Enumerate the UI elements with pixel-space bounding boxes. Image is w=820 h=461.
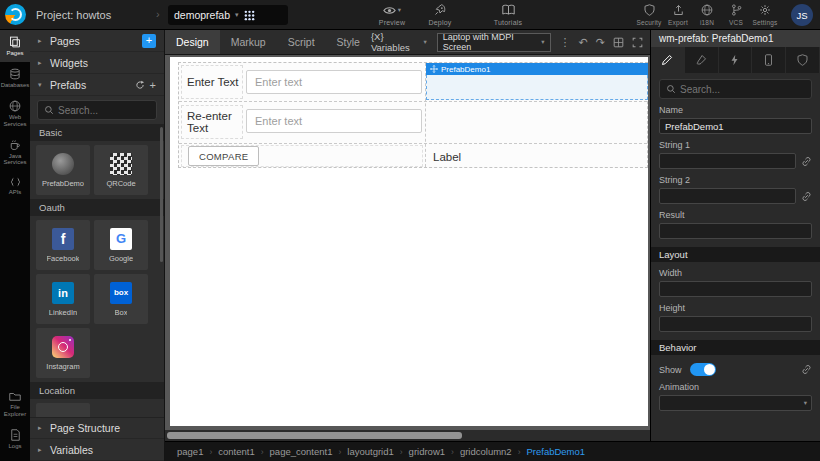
prefab-tile-instagram[interactable]: Instagram [36,328,90,378]
fullscreen-button[interactable] [632,37,643,48]
string2-input[interactable] [659,188,796,204]
tab-style[interactable]: Style [326,30,371,54]
breadcrumb-separator-icon: › [451,447,454,457]
refresh-icon[interactable] [135,80,145,90]
section-pages[interactable]: ▸ Pages + [30,30,164,52]
nav-item-pages[interactable]: Pages [0,30,30,62]
nav-item-java-services[interactable]: Java Services [0,133,30,172]
breadcrumb-item[interactable]: page_content1 [270,446,333,457]
preview-button[interactable]: ▾ Preview [370,3,414,26]
security-button[interactable]: Security [636,3,662,26]
prefab-tile-google[interactable]: G Google [94,220,148,270]
wavemaker-logo-icon[interactable] [5,4,26,25]
add-page-button[interactable]: + [142,34,156,48]
linkedin-icon: in [52,282,74,304]
breadcrumb-item[interactable]: content1 [218,446,254,457]
project-label: Project: howtos [36,9,111,21]
breadcrumb-item[interactable]: page1 [177,446,203,457]
text-input-1[interactable] [246,70,422,94]
undo-button[interactable]: ↶ [579,36,588,49]
scrollbar-thumb[interactable] [167,432,462,439]
pages-icon [9,36,21,48]
prefab-search[interactable] [37,100,157,120]
nav-label: APIs [9,189,22,196]
section-behavior: Behavior [651,340,820,355]
string1-input[interactable] [659,153,796,169]
i18n-button[interactable]: i18N [694,3,720,26]
prefab-tile-box[interactable]: box Box [94,274,148,324]
redo-button[interactable]: ↷ [596,36,605,49]
design-canvas[interactable]: Enter Text Re-enter Text COMPARE Label P… [170,57,648,426]
enter-text-label[interactable]: Enter Text [181,65,243,99]
compare-button[interactable]: COMPARE [188,146,259,166]
settings-button[interactable]: Settings [752,3,778,26]
reenter-text-label[interactable]: Re-enter Text [181,105,243,139]
add-prefab-icon[interactable]: + [150,79,156,91]
section-variables[interactable]: ▸ Variables [30,439,164,461]
section-prefabs[interactable]: ▾ Prefabs + [30,74,164,96]
prefab-tile-prefabdemo[interactable]: PrefabDemo [36,145,90,195]
selected-prefab-cell[interactable] [426,75,648,100]
breadcrumb-item-selected[interactable]: PrefabDemo1 [526,446,585,457]
properties-search-input[interactable] [680,84,805,95]
tab-properties[interactable] [651,47,685,73]
canvas-horizontal-scrollbar[interactable] [165,430,650,441]
tab-script[interactable]: Script [277,30,326,54]
show-toggle[interactable] [690,363,716,376]
height-input[interactable] [659,316,812,332]
selection-tag[interactable]: PrefabDemo1 [426,63,648,75]
breadcrumb-item[interactable]: gridrow1 [409,446,445,457]
breadcrumb-item[interactable]: gridcolumn2 [460,446,512,457]
instagram-icon [52,336,74,358]
prefab-search-input[interactable] [58,105,150,116]
prefab-tile-facebook[interactable]: f Facebook [36,220,90,270]
nav-item-web-services[interactable]: Web Services [0,94,30,133]
text-input-2[interactable] [246,109,422,133]
bind-icon[interactable] [801,156,812,167]
user-avatar[interactable]: JS [791,4,813,26]
book-icon [502,4,515,16]
top-bar: Project: howtos › demoprefab ▾ ▾ Preview… [0,0,820,30]
bind-icon[interactable] [801,364,812,375]
canvas-label-widget[interactable]: Label [433,151,461,163]
name-input[interactable] [659,118,812,134]
bind-icon[interactable] [801,191,812,202]
device-selector[interactable]: Laptop with MDPI Screen ▾ [437,33,551,52]
tab-markup[interactable]: Markup [220,30,277,54]
animation-select[interactable]: ▾ [659,395,812,411]
nav-item-databases[interactable]: Databases [0,62,30,94]
section-page-structure[interactable]: ▸ Page Structure [30,417,164,439]
properties-panel: wm-prefab: PrefabDemo1 [650,30,820,441]
width-input[interactable] [659,281,812,297]
canvas-grid-button[interactable] [613,37,624,48]
tab-events[interactable] [719,47,753,73]
properties-search[interactable] [659,79,812,99]
tab-design[interactable]: Design [165,30,220,54]
result-input[interactable] [659,223,812,239]
nav-item-logs[interactable]: Logs [0,423,30,455]
layout-grid[interactable]: Enter Text Re-enter Text COMPARE Label P… [178,62,648,168]
tab-security[interactable] [786,47,820,73]
section-widgets[interactable]: ▸ Widgets [30,52,164,74]
vcs-button[interactable]: VCS [723,3,749,26]
tile-label: PrefabDemo [42,179,84,188]
tab-device[interactable] [752,47,786,73]
prefab-tile-location[interactable] [36,403,90,417]
tile-label: QRCode [106,179,135,188]
variables-button[interactable]: {X} Variables ▾ [371,30,427,54]
left-panel-scrollbar[interactable] [160,127,163,262]
tab-styles[interactable] [685,47,719,73]
nav-item-apis[interactable]: APIs [0,171,30,201]
prefab-tile-qrcode[interactable]: QRCode [94,145,148,195]
kebab-menu-button[interactable]: ⋮ [560,36,571,49]
deploy-button[interactable]: Deploy [418,3,462,26]
app-selector[interactable]: demoprefab ▾ [168,5,288,25]
export-button[interactable]: Export [665,3,691,26]
grid-row-divider [179,143,647,144]
prefab-tile-linkedin[interactable]: in LinkedIn [36,274,90,324]
tutorials-button[interactable]: Tutorials [486,3,530,26]
left-nav-rail: Pages Databases Web Services Java Servic… [0,30,30,461]
app-grid-icon [244,10,255,21]
nav-item-file-explorer[interactable]: File Explorer [0,385,30,423]
breadcrumb-item[interactable]: layoutgrid1 [347,446,393,457]
